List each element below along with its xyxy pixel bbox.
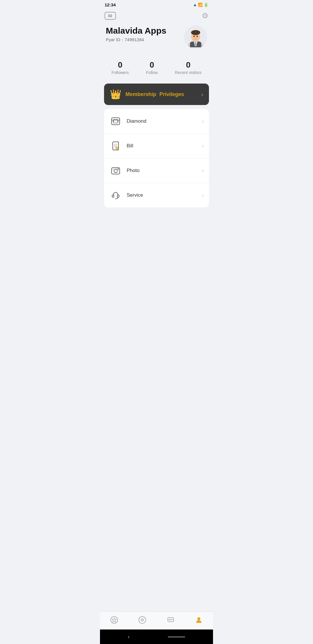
diamond-icon [110, 116, 121, 126]
battery-icon: 🔋 [204, 3, 208, 7]
membership-text: Membership Privileges [125, 91, 201, 97]
menu-card: Diamond › Bill › [104, 109, 209, 207]
membership-banner[interactable]: 👑 Membership Privileges › [104, 84, 209, 105]
diamond-label: Diamond [127, 118, 202, 124]
followers-label: Followers [112, 70, 129, 75]
stat-followers[interactable]: 0 Followers [112, 60, 129, 75]
profile-info: Malavida Apps Pyar ID：74991284 [106, 26, 181, 43]
svg-rect-19 [112, 195, 114, 197]
stat-visitors[interactable]: 0 Recent visitors [175, 60, 202, 75]
photo-label: Photo [127, 168, 202, 173]
bill-chevron-icon: › [202, 143, 204, 149]
followers-count: 0 [118, 60, 123, 70]
id-button[interactable]: ID [105, 12, 116, 20]
stat-follow[interactable]: 0 Follow [146, 60, 158, 75]
status-bar: 12:34 ▲ 📶 🔋 [100, 0, 213, 8]
bill-label: Bill [127, 143, 202, 149]
svg-point-9 [117, 121, 119, 122]
profile-id: Pyar ID：74991284 [106, 37, 181, 43]
svg-point-4 [194, 36, 195, 37]
photo-icon-wrap [109, 164, 122, 177]
crown-icon: 👑 [110, 89, 121, 100]
svg-point-21 [115, 198, 116, 199]
privileges-label: Privileges [159, 91, 184, 97]
gear-icon[interactable]: ⚙ [202, 11, 208, 20]
visitors-label: Recent visitors [175, 70, 202, 75]
svg-rect-11 [113, 142, 119, 150]
service-icon-wrap [109, 189, 122, 202]
diamond-icon-wrap [109, 115, 122, 128]
follow-label: Follow [146, 70, 158, 75]
membership-label: Membership [125, 91, 156, 97]
service-label: Service [127, 192, 202, 198]
service-icon [110, 190, 121, 200]
pyar-id-label: Pyar ID： [106, 37, 125, 42]
svg-point-8 [113, 121, 114, 122]
menu-item-photo[interactable]: Photo › [104, 158, 209, 183]
avatar-image [185, 27, 206, 47]
top-bar: ID ⚙ [100, 8, 213, 22]
svg-point-5 [196, 36, 198, 37]
membership-chevron-icon: › [201, 91, 203, 98]
status-time: 12:34 [105, 2, 116, 7]
profile-name: Malavida Apps [106, 26, 181, 36]
profile-section: Malavida Apps Pyar ID：74991284 [100, 22, 213, 55]
stats-section: 0 Followers 0 Follow 0 Recent visitors [100, 55, 213, 84]
service-chevron-icon: › [202, 192, 204, 198]
svg-rect-20 [117, 195, 119, 197]
pyar-id-value: 74991284 [125, 37, 144, 42]
diamond-chevron-icon: › [202, 118, 204, 124]
avatar[interactable] [184, 26, 207, 49]
follow-count: 0 [150, 60, 154, 70]
visitors-count: 0 [186, 60, 191, 70]
photo-chevron-icon: › [202, 168, 204, 174]
bill-icon [110, 141, 121, 151]
wifi-icon: ▲ [193, 3, 197, 7]
signal-icon: 📶 [198, 3, 203, 7]
svg-point-3 [191, 30, 200, 35]
status-icons: ▲ 📶 🔋 [193, 3, 208, 7]
photo-icon [110, 165, 121, 176]
bill-icon-wrap [109, 140, 122, 152]
menu-item-diamond[interactable]: Diamond › [104, 109, 209, 134]
menu-item-bill[interactable]: Bill › [104, 134, 209, 158]
menu-item-service[interactable]: Service › [104, 183, 209, 207]
